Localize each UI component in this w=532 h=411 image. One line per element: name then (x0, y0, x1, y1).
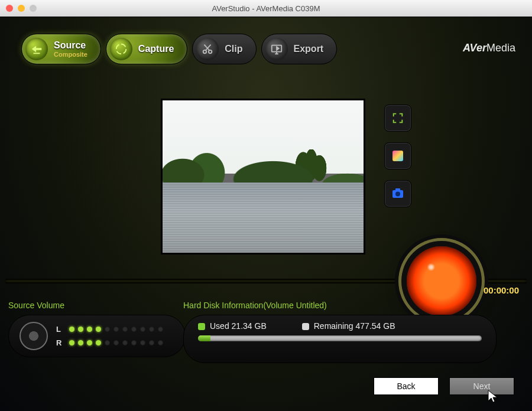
export-icon (265, 38, 288, 60)
disk-remaining: Remaining 477.54 GB (302, 321, 395, 331)
volume-led (149, 327, 154, 332)
disk-usage-fill (198, 335, 210, 341)
volume-led (96, 340, 101, 345)
volume-right-label: R (56, 338, 64, 347)
clip-icon (196, 38, 219, 60)
volume-row-right: R (56, 338, 163, 347)
source-volume-label: Source Volume (8, 301, 64, 310)
volume-row-left: L (56, 325, 163, 334)
volume-led (78, 327, 83, 332)
step-source[interactable]: Source Composite (21, 34, 101, 64)
window-close-button[interactable] (6, 5, 13, 12)
step-capture-label: Capture (138, 44, 174, 54)
titlebar: AVerStudio - AVerMedia C039M (0, 0, 532, 17)
volume-led (149, 340, 154, 345)
volume-led (131, 327, 137, 332)
capture-icon (110, 38, 132, 60)
brand-suffix: Media (486, 42, 515, 54)
svg-rect-0 (34, 53, 40, 54)
disk-used-swatch (198, 323, 205, 330)
volume-led (158, 340, 163, 345)
brand-logo: AVerMedia (463, 42, 515, 54)
step-source-label: Source (54, 40, 87, 51)
snapshot-button[interactable] (384, 180, 411, 207)
volume-right-meter (69, 340, 163, 345)
step-source-sublabel: Composite (54, 51, 87, 58)
step-export-label: Export (294, 44, 324, 54)
brand-prefix: AVer (463, 42, 486, 54)
source-volume-panel: L R (8, 315, 186, 357)
disk-info-label: Hard Disk Information(Volume Untitled) (183, 301, 327, 310)
next-button[interactable]: Next (449, 377, 514, 395)
volume-led (113, 340, 119, 345)
wizard-steps: Source Composite Capture Clip Export (21, 34, 337, 64)
source-icon (25, 38, 48, 60)
window-title: AVerStudio - AVerMedia C039M (0, 4, 532, 13)
preview-water (163, 182, 364, 253)
disk-usage-bar (198, 335, 482, 341)
svg-point-6 (395, 192, 400, 197)
svg-rect-7 (395, 188, 400, 191)
svg-rect-4 (392, 151, 403, 161)
volume-led (69, 327, 74, 332)
volume-led (105, 340, 110, 345)
volume-led (78, 340, 83, 345)
disk-info-panel: Used 21.34 GB Remaining 477.54 GB (183, 315, 497, 363)
volume-led (87, 327, 92, 332)
volume-led (158, 327, 163, 332)
color-icon (391, 149, 405, 163)
step-export[interactable]: Export (261, 34, 338, 64)
disk-remaining-text: Remaining 477.54 GB (314, 321, 395, 331)
snapshot-icon (391, 187, 405, 201)
volume-led (140, 327, 145, 332)
volume-led (113, 327, 119, 332)
step-capture[interactable]: Capture (106, 34, 187, 64)
record-timer: 00:00:00 (484, 285, 519, 295)
volume-led (69, 340, 74, 345)
preview-tools (384, 105, 411, 207)
video-preview (161, 99, 365, 255)
step-clip-label: Clip (225, 44, 242, 54)
volume-led (87, 340, 92, 345)
window-zoom-button[interactable] (30, 5, 37, 12)
disk-remaining-swatch (302, 323, 309, 330)
volume-led (96, 327, 101, 332)
speaker-icon[interactable] (20, 322, 48, 350)
volume-led (140, 340, 145, 345)
fullscreen-icon (391, 112, 404, 125)
volume-left-meter (69, 327, 163, 332)
window-minimize-button[interactable] (18, 5, 25, 12)
mouse-cursor-icon (487, 389, 499, 403)
disk-used: Used 21.34 GB (198, 321, 267, 331)
volume-led (105, 327, 110, 332)
disk-used-text: Used 21.34 GB (210, 321, 267, 331)
volume-led (122, 327, 128, 332)
record-button[interactable] (407, 246, 476, 316)
step-clip[interactable]: Clip (192, 34, 256, 64)
app-frame: Source Composite Capture Clip Export AVe… (0, 17, 532, 411)
volume-led (131, 340, 137, 345)
back-button[interactable]: Back (374, 377, 439, 395)
volume-left-label: L (56, 325, 64, 334)
fullscreen-button[interactable] (384, 105, 411, 132)
volume-led (122, 340, 128, 345)
color-adjust-button[interactable] (384, 142, 411, 169)
